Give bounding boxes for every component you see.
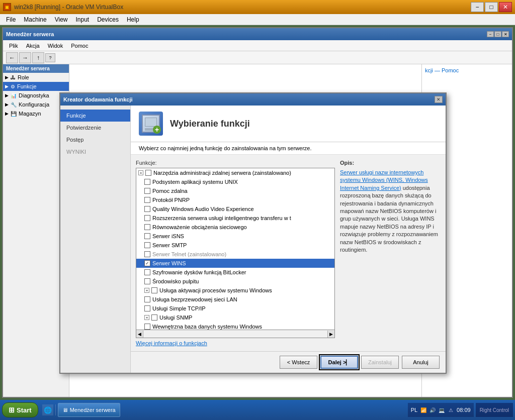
sm-up-button[interactable]: ↑ — [32, 52, 44, 63]
sm-menu-akcja[interactable]: Akcja — [22, 42, 44, 50]
nav-item-postep[interactable]: Postęp — [60, 134, 130, 146]
feature-item-wins[interactable]: Serwer WINS — [136, 259, 334, 268]
ql-ie-icon[interactable]: 🌐 — [42, 404, 53, 415]
cb-pnrp[interactable] — [144, 197, 150, 203]
feature-item-simple-tcp[interactable]: Usługi Simple TCP/IP — [136, 304, 334, 313]
vm-content-area: Menedżer serwera − □ ✕ Plik Akcja Widok … — [0, 27, 515, 402]
sidebar-item-funkcje[interactable]: ▶ ⚙ Funkcje — [3, 82, 69, 91]
cb-unix[interactable] — [144, 179, 150, 185]
sm-menu-plik[interactable]: Plik — [5, 42, 22, 50]
sm-close-button[interactable]: ✕ — [502, 31, 509, 37]
dialog-footer: < Wstecz Dalej > ▏ Zainstaluj Anuluj — [131, 351, 446, 373]
sm-help-button[interactable]: ? — [45, 53, 55, 62]
expand-icon: ▶ — [5, 75, 9, 80]
sm-back-button[interactable]: ← — [6, 52, 18, 63]
sm-forward-button[interactable]: → — [19, 52, 31, 63]
menu-help[interactable]: Help — [123, 15, 143, 24]
menu-devices[interactable]: Devices — [93, 15, 123, 24]
help-link[interactable]: kcji — Pomoc — [425, 67, 459, 73]
back-button[interactable]: < Wstecz — [280, 356, 317, 369]
feature-item-narzedzia[interactable]: + Narzędzia administracji zdalnej serwer… — [136, 168, 334, 177]
feature-item-desktop[interactable]: Środowisko pulpitu — [136, 277, 334, 286]
sidebar-item-role[interactable]: ▶ 🖧 Role — [3, 73, 69, 82]
more-info-link[interactable]: Więcej informacji o funkcjach — [136, 340, 335, 346]
next-button[interactable]: Dalej > ▏ — [320, 356, 358, 369]
cb-pomoc[interactable] — [144, 188, 150, 194]
cb-wlan[interactable] — [144, 296, 150, 302]
right-control-indicator: Right Control — [476, 403, 513, 417]
feature-text-narzedzia: Narzędzia administracji zdalnej serwera … — [153, 170, 291, 176]
menu-file[interactable]: File — [2, 15, 20, 24]
cb-widb[interactable] — [144, 324, 150, 330]
menu-machine[interactable]: Machine — [20, 15, 50, 24]
feature-item-snmp[interactable]: + Usługi SNMP — [136, 313, 334, 322]
feature-item-pomoc[interactable]: Pomoc zdalna — [136, 186, 334, 195]
dialog-body: Funkcje Potwierdzenie Postęp WYNIKI — [60, 106, 446, 373]
cb-wins[interactable] — [144, 260, 150, 266]
cb-telnet[interactable] — [144, 251, 150, 257]
vbox-title-text: win2k8 [Running] - Oracle VM VirtualBox — [14, 4, 123, 11]
expand-btn-narzedzia[interactable]: + — [138, 170, 143, 175]
h-scroll-left[interactable]: ◀ — [136, 331, 143, 338]
feature-item-nlb[interactable]: Równoważenie obciążenia sieciowego — [136, 223, 334, 232]
h-scrollbar[interactable]: ◀ ▶ — [136, 330, 335, 338]
feature-item-isns[interactable]: Serwer iSNS — [136, 232, 334, 241]
features-listbox[interactable]: + Narzędzia administracji zdalnej serwer… — [136, 168, 335, 330]
cancel-button[interactable]: Anuluj — [402, 356, 440, 369]
virtualbox-window: ▣ win2k8 [Running] - Oracle VM VirtualBo… — [0, 0, 515, 420]
cb-smtp[interactable] — [144, 242, 150, 248]
expand-btn-was[interactable]: + — [144, 288, 149, 293]
feature-item-was[interactable]: + Usługa aktywacji procesów systemu Wind… — [136, 286, 334, 295]
feature-item-wlan[interactable]: Usługa bezprzewodowej sieci LAN — [136, 295, 334, 304]
sm-minimize-button[interactable]: − — [487, 31, 494, 37]
expand-btn-snmp[interactable]: + — [144, 315, 149, 320]
nav-item-potwierdzenie[interactable]: Potwierdzenie — [60, 122, 130, 134]
feature-item-telnet[interactable]: Serwer Telnet (zainstalowano) — [136, 250, 334, 259]
cb-snmp[interactable] — [151, 314, 157, 321]
warning-icon: ⚠ — [447, 406, 455, 414]
feature-item-bits[interactable]: Rozszerzenia serwera usługi inteligentne… — [136, 214, 334, 223]
language-indicator[interactable]: PL — [411, 407, 417, 413]
cb-isns[interactable] — [144, 233, 150, 239]
feature-text-pnrp: Protokół PNRP — [152, 197, 190, 203]
sm-menu-widok[interactable]: Widok — [44, 42, 67, 50]
nav-item-wyniki: WYNIKI — [60, 146, 130, 158]
sm-menu-pomoc[interactable]: Pomoc — [67, 42, 92, 50]
nav-item-funkcje[interactable]: Funkcje — [60, 110, 130, 122]
vbox-restore-button[interactable]: □ — [485, 2, 498, 12]
feature-item-smtp[interactable]: Serwer SMTP — [136, 241, 334, 250]
feature-item-bitlocker[interactable]: Szyfrowanie dysków funkcją BitLocker — [136, 268, 334, 277]
sm-menubar: Plik Akcja Widok Pomoc — [3, 40, 512, 51]
feature-item-quality[interactable]: Quality Windows Audio Video Experience — [136, 204, 334, 214]
start-button[interactable]: ⊞ Start — [2, 402, 38, 417]
funkcje-icon: ⚙ — [11, 84, 15, 89]
menu-view[interactable]: View — [51, 15, 72, 24]
feature-item-unix[interactable]: Podsystem aplikacji systemu UNIX — [136, 177, 334, 186]
vbox-minimize-button[interactable]: − — [471, 2, 484, 12]
h-scroll-right[interactable]: ▶ — [327, 331, 334, 338]
cb-bits[interactable] — [144, 215, 150, 221]
cb-narzedzia[interactable] — [145, 170, 151, 176]
sm-restore-button[interactable]: □ — [494, 31, 501, 37]
dialog-nav: Funkcje Potwierdzenie Postęp WYNIKI — [60, 106, 131, 373]
sm-sidebar-header: Menedżer serwera — [3, 64, 69, 73]
vbox-close-button[interactable]: ✕ — [499, 2, 512, 12]
taskbar: ⊞ Start 🌐 🖥 Menedżer serwera PL 📶 🔊 💻 ⚠ — [0, 400, 515, 420]
dialog-close-button[interactable]: ✕ — [435, 96, 443, 103]
cb-bitlocker[interactable] — [144, 269, 150, 275]
clock[interactable]: 08:09 — [457, 407, 471, 413]
feature-text-simple-tcp: Usługi Simple TCP/IP — [152, 305, 206, 311]
cb-desktop[interactable] — [144, 278, 150, 284]
feature-item-widb[interactable]: Wewnętrzna baza danych systemu Windows — [136, 322, 334, 330]
cb-was[interactable] — [151, 287, 157, 293]
taskbar-item-sm[interactable]: 🖥 Menedżer serwera — [58, 403, 120, 417]
menu-input[interactable]: Input — [72, 15, 94, 24]
install-button: Zainstaluj — [361, 356, 399, 369]
feature-item-pnrp[interactable]: Protokół PNRP — [136, 195, 334, 204]
role-icon: 🖧 — [11, 75, 16, 80]
dialog-desc-text: Wybierz co najmniej jedną funkcję do zai… — [139, 145, 312, 151]
cb-simple-tcp[interactable] — [144, 305, 150, 311]
vbox-menubar: File Machine View Input Devices Help — [0, 14, 515, 25]
cb-quality[interactable] — [144, 206, 150, 212]
cb-nlb[interactable] — [144, 224, 150, 230]
